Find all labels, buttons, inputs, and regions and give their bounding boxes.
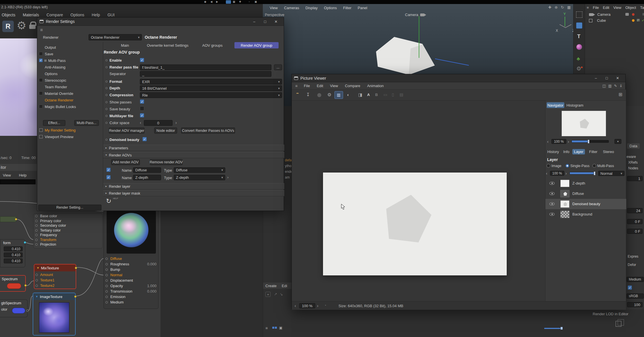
multipass-checkbox[interactable] (39, 58, 43, 62)
view-label[interactable]: Perspective (265, 13, 284, 17)
value-field[interactable]: 0.410 (4, 246, 23, 251)
expand-icon[interactable] (44, 59, 47, 62)
vp-menu-cameras[interactable]: Cameras (284, 6, 299, 10)
minimize-button[interactable] (590, 74, 601, 82)
multipass-button[interactable]: Multi-Pass... (74, 120, 99, 126)
shader-port-row[interactable]: Projection (34, 242, 102, 247)
convert-passes-button[interactable]: Convert Render Passes to AOVs (181, 128, 235, 134)
multilayer-checkbox[interactable] (140, 113, 144, 117)
visibility-eye-icon[interactable] (549, 192, 555, 195)
separator-input[interactable]: _ (140, 71, 271, 77)
visibility-eye-icon[interactable] (549, 202, 555, 205)
menu-view[interactable]: View (3, 173, 11, 177)
maximize-button[interactable] (601, 74, 612, 82)
arrow-up-icon[interactable] (274, 292, 277, 296)
tab-navigator[interactable]: Navigator (547, 102, 564, 108)
denoised-checkbox[interactable] (142, 137, 147, 141)
om-menu-tags[interactable]: Ta (640, 5, 644, 10)
add-button[interactable] (265, 292, 271, 297)
save-checkbox[interactable] (39, 52, 43, 56)
tab-histogram[interactable]: Histogram (565, 102, 584, 108)
pv-canvas[interactable] (292, 101, 545, 301)
keyframe-dot[interactable] (105, 66, 107, 68)
menu-create[interactable]: Create (265, 284, 277, 288)
sidebar-item-stereoscopic[interactable]: Stereoscopic (37, 77, 103, 83)
sidebar-item-options[interactable]: Options (37, 70, 103, 77)
back-icon[interactable] (210, 1, 212, 3)
value-field[interactable]: 1 (627, 176, 643, 181)
enabled-check-icon[interactable] (642, 19, 644, 22)
render-pass-file-input[interactable]: f:\test\test_1_ (140, 64, 271, 70)
zoom-preset-dropdown[interactable] (614, 139, 621, 144)
input-port[interactable] (35, 234, 38, 236)
aov2-type-dropdown[interactable]: Z-depth (174, 175, 225, 180)
input-port[interactable] (105, 285, 108, 287)
keyframe-dot[interactable] (105, 59, 107, 61)
keyframe-dot[interactable] (105, 115, 107, 117)
node-header[interactable]: MixTexture (34, 264, 76, 271)
add-render-aov-button[interactable]: Add render AOV (111, 159, 140, 165)
save-beauty-checkbox[interactable] (140, 106, 144, 111)
input-port[interactable] (35, 224, 38, 227)
menu-help[interactable]: Help (92, 13, 100, 17)
phong-tag-icon[interactable] (637, 18, 640, 21)
selection-tool-icon[interactable] (576, 11, 582, 18)
tab-render-aov-group[interactable]: Render AOV group (234, 42, 279, 48)
object-z-axis[interactable] (435, 58, 469, 66)
menu-compare[interactable]: Compare (46, 13, 63, 17)
input-port[interactable] (35, 239, 38, 241)
tab-layer[interactable]: Layer (572, 149, 585, 154)
magic-bullet-checkbox[interactable] (39, 105, 43, 108)
mix-port-row[interactable]: Amount (36, 273, 53, 277)
aov1-checkbox[interactable] (106, 168, 111, 172)
toggle-views-icon[interactable] (567, 5, 571, 9)
pan-view-icon[interactable] (548, 5, 551, 9)
preset-viewport-preview[interactable]: Viewport Preview (39, 134, 73, 139)
render-settings-window[interactable]: Render Settings Renderer Octane Renderer… (37, 17, 284, 211)
render-tag-icon[interactable] (625, 13, 629, 16)
sidebar-item-multipass[interactable]: Multi-Pass (37, 57, 103, 64)
tab-data[interactable]: Data (627, 143, 640, 149)
stepper-right-icon[interactable] (175, 121, 177, 125)
effect-button[interactable]: Effect... (43, 120, 65, 126)
input-port[interactable] (105, 296, 108, 298)
node-header[interactable]: ImageTexture (33, 293, 75, 300)
passes-toggle[interactable] (334, 91, 343, 99)
vp-menu-panel[interactable]: Panel (358, 6, 367, 10)
input-port[interactable] (105, 290, 108, 293)
clipped-section[interactable]: Defor (628, 263, 636, 267)
vp-menu-display[interactable]: Display (306, 6, 318, 10)
camera-label[interactable]: Camera (405, 13, 424, 17)
zoom-in-icon[interactable] (317, 304, 318, 308)
download-icon[interactable] (619, 84, 623, 88)
histogram-panel-icon[interactable] (608, 84, 612, 88)
render-layer-mask-section[interactable]: Render layer mask (103, 190, 284, 196)
collapse-icon[interactable] (36, 295, 38, 298)
mix-port-row[interactable]: Texture1 (36, 278, 54, 282)
input-port[interactable] (35, 229, 38, 232)
sidebar-item-team-render[interactable]: Team Render (37, 84, 103, 90)
mode-image-radio[interactable] (547, 164, 550, 168)
input-port[interactable] (35, 215, 38, 217)
pv-menu-file[interactable]: File (304, 84, 310, 88)
shader-port-row[interactable]: Tertiary color (34, 228, 102, 233)
edit-pen-icon[interactable] (614, 84, 617, 88)
tab-history[interactable]: History (547, 149, 560, 154)
rs-titlebar[interactable]: Render Settings (37, 17, 284, 26)
input-port[interactable] (105, 301, 108, 303)
save-image-icon[interactable] (306, 93, 310, 97)
sidebar-item-antialiasing[interactable]: Anti-Aliasing (37, 64, 103, 70)
sidebar-item-octane-renderer[interactable]: Octane Renderer (37, 97, 103, 103)
om-menu-edit[interactable]: Edit (603, 5, 609, 10)
input-port[interactable] (105, 269, 108, 271)
mode-multi-pass-radio[interactable] (592, 164, 596, 168)
input-port[interactable] (36, 279, 38, 281)
blend-mode-dropdown[interactable]: Normal (598, 171, 625, 176)
clipped-label[interactable]: XRefs (628, 160, 638, 164)
plant-tool-icon[interactable] (577, 56, 580, 61)
search-input[interactable] (0, 179, 36, 184)
render-setting-button[interactable]: Render Setting... (38, 205, 101, 210)
gear-tool-icon[interactable] (576, 66, 581, 71)
keyframe-dot[interactable] (105, 108, 107, 110)
render-lod-label[interactable]: Render LOD in Editor (593, 312, 628, 316)
